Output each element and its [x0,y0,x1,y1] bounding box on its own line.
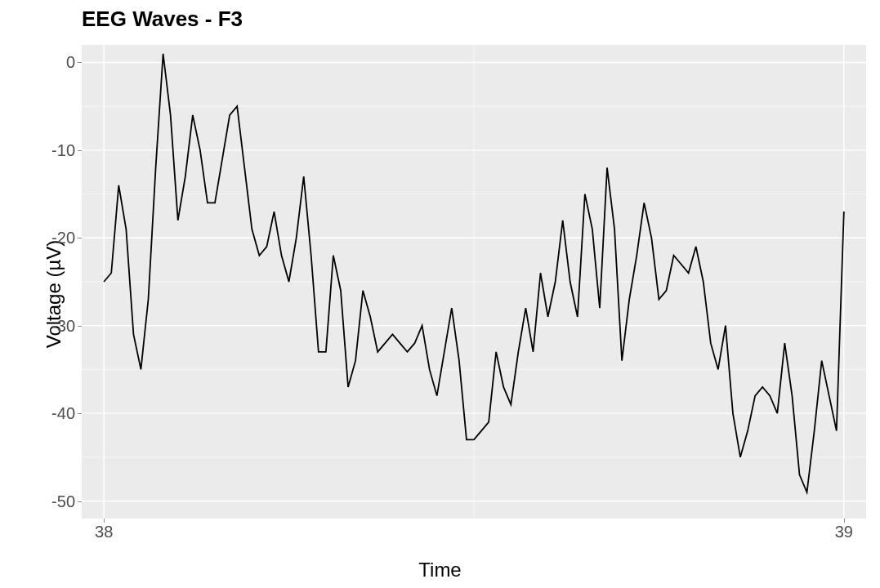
chart-container: EEG Waves - F3 Voltage (µV) Time 0-10-20… [0,0,880,588]
y-tick-label: -50 [18,492,75,510]
y-tick-label: -40 [18,404,75,423]
y-tick-mark [78,238,82,238]
y-tick-mark [78,326,82,327]
x-axis-label: Time [418,559,461,581]
chart-title: EEG Waves - F3 [82,7,243,32]
y-tick-mark [78,501,82,502]
x-tick-label: 38 [95,523,113,541]
y-tick-mark [78,413,82,414]
x-tick-mark [844,519,845,523]
y-tick-label: -10 [18,140,75,159]
y-tick-mark [78,62,82,63]
plot-area [82,45,866,519]
y-tick-label: -30 [18,316,75,335]
y-tick-mark [78,150,82,151]
y-tick-label: -20 [18,229,75,247]
chart-svg [82,45,866,519]
y-tick-label: 0 [18,53,75,72]
x-tick-mark [104,519,105,523]
x-tick-label: 39 [835,523,853,541]
